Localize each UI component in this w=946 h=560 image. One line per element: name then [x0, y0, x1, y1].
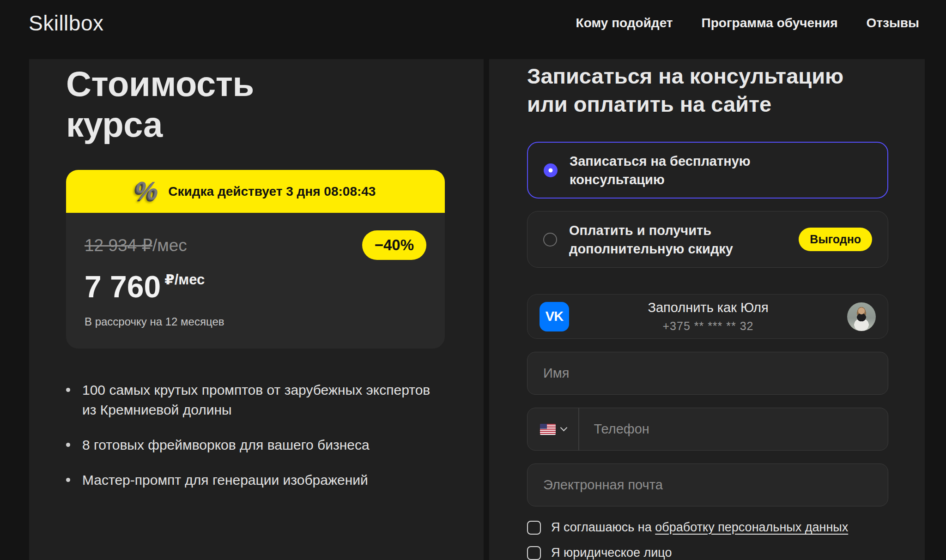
feature-item: Мастер-промпт для генерации изображений: [66, 470, 436, 490]
option-label: Оплатить и получить дополнительную скидк…: [569, 221, 733, 258]
new-price: 7 760₽/мес: [85, 269, 426, 304]
vk-autofill-phone: +375 ** *** ** 32: [569, 319, 847, 333]
chevron-down-icon: [560, 424, 567, 431]
avatar: [847, 302, 876, 331]
nav-link-program[interactable]: Программа обучения: [702, 16, 838, 30]
consent-label: Я соглашаюсь на обработку персональных д…: [551, 520, 848, 535]
radio-unselected-icon: [543, 233, 557, 247]
old-price-value: 12 934 ₽: [85, 236, 152, 255]
bullet-icon: [66, 388, 70, 392]
pricing-section: Стоимость курса % Скидка действует 3 дня…: [29, 59, 484, 560]
nav-link-audience[interactable]: Кому подойдет: [576, 16, 673, 30]
old-price: 12 934 ₽/мес: [85, 235, 187, 255]
personal-data-link[interactable]: обработку персональных данных: [655, 520, 848, 534]
discount-banner: % Скидка действует 3 дня 08:08:43: [66, 170, 445, 213]
feature-item: 8 готовых фреймворков для вашего бизнеса: [66, 435, 436, 455]
benefit-badge: Выгодно: [799, 228, 872, 251]
vk-icon: VK: [540, 302, 569, 331]
option-pay-with-discount[interactable]: Оплатить и получить дополнительную скидк…: [527, 211, 888, 268]
checkbox-icon[interactable]: [527, 546, 541, 560]
discount-block: % Скидка действует 3 дня 08:08:43 12 934…: [66, 170, 445, 349]
installment-note: В рассрочку на 12 месяцев: [85, 315, 426, 328]
bullet-icon: [66, 443, 70, 447]
feature-item: 100 самых крутых промптов от зарубежных …: [66, 380, 436, 420]
legal-entity-label: Я юридическое лицо: [551, 546, 672, 560]
nav-link-reviews[interactable]: Отзывы: [867, 16, 919, 30]
email-input[interactable]: [527, 464, 888, 506]
legal-entity-checkbox-row[interactable]: Я юридическое лицо: [527, 546, 888, 560]
option-label: Записаться на бесплатную консультацию: [570, 152, 751, 189]
vk-autofill-title: Заполнить как Юля: [569, 300, 847, 315]
skillbox-logo[interactable]: Skillbox: [29, 11, 104, 36]
us-flag-icon: [540, 424, 556, 435]
pricing-title: Стоимость курса: [66, 64, 484, 145]
phone-input[interactable]: [579, 408, 888, 450]
phone-field: [527, 408, 888, 451]
consent-checkbox-row[interactable]: Я соглашаюсь на обработку персональных д…: [527, 520, 888, 535]
new-price-value: 7 760: [85, 270, 161, 304]
feature-text: 8 готовых фреймворков для вашего бизнеса: [82, 435, 370, 455]
feature-list: 100 самых крутых промптов от зарубежных …: [66, 380, 484, 490]
feature-text: 100 самых крутых промптов от зарубежных …: [82, 380, 436, 420]
country-code-select[interactable]: [528, 408, 578, 450]
discount-countdown-text: Скидка действует 3 дня 08:08:43: [168, 184, 376, 199]
vk-autofill-button[interactable]: VK Заполнить как Юля +375 ** *** ** 32: [527, 294, 888, 339]
price-card: 12 934 ₽/мес −40% 7 760₽/мес В рассрочку…: [66, 213, 445, 349]
checkbox-icon[interactable]: [527, 521, 541, 535]
option-free-consultation[interactable]: Записаться на бесплатную консультацию: [527, 142, 888, 199]
vk-autofill-info: Заполнить как Юля +375 ** *** ** 32: [569, 300, 847, 333]
bullet-icon: [66, 478, 70, 482]
discount-badge: −40%: [362, 230, 426, 260]
new-price-suffix: ₽/мес: [164, 271, 205, 288]
signup-section: Записаться на консультацию или оплатить …: [489, 59, 925, 560]
radio-selected-icon: [544, 163, 558, 177]
nav-links: Кому подойдет Программа обучения Отзывы: [576, 16, 919, 30]
form-title: Записаться на консультацию или оплатить …: [527, 62, 888, 118]
percent-icon: %: [135, 175, 158, 205]
main-content: Стоимость курса % Скидка действует 3 дня…: [0, 46, 946, 560]
top-nav: Skillbox Кому подойдет Программа обучени…: [0, 0, 946, 46]
feature-text: Мастер-промпт для генерации изображений: [82, 470, 368, 490]
old-price-suffix: /мес: [152, 236, 187, 255]
name-input[interactable]: [527, 352, 888, 395]
